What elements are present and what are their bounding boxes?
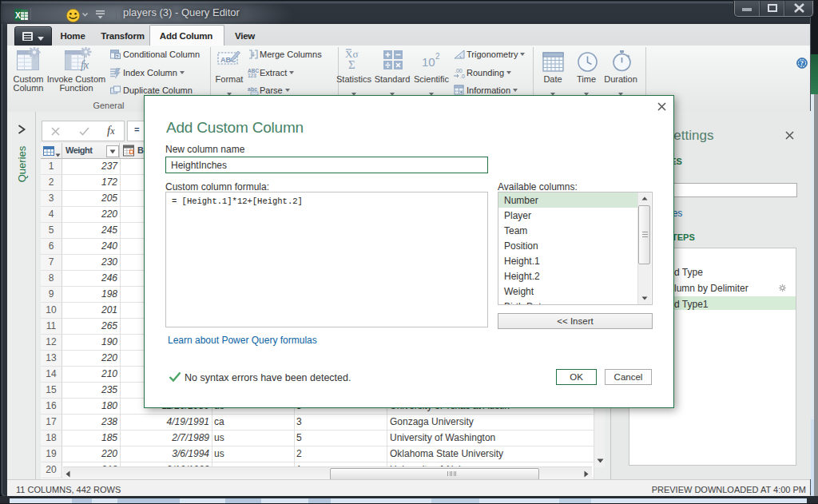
svg-text:10: 10 [422, 55, 435, 69]
svg-text:2: 2 [435, 52, 440, 61]
svg-text:.00: .00 [455, 68, 463, 73]
svg-text:fx: fx [81, 59, 89, 71]
svg-text:Σ: Σ [348, 58, 355, 70]
svg-text:X: X [15, 11, 21, 20]
svg-text:123: 123 [248, 73, 256, 77]
svg-text:.0: .0 [460, 73, 465, 79]
svg-text:abc: abc [248, 86, 257, 92]
svg-text:?: ? [800, 59, 804, 67]
